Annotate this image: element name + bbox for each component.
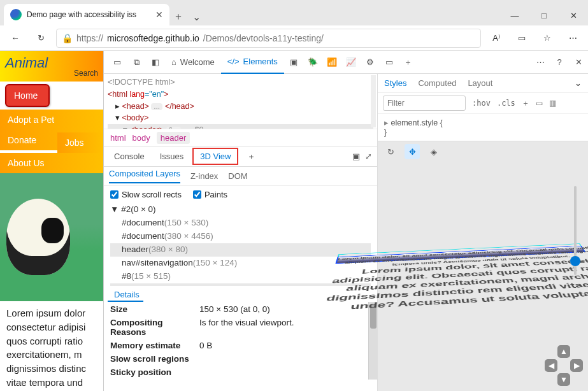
viewport-toolbar: ↻ ✥ ◈ (383, 144, 441, 159)
zoom-slider[interactable] (574, 186, 577, 275)
3d-viewport[interactable]: ↻ ✥ ◈ Lorem ipsum dolor, sit amet consec… (378, 141, 588, 391)
check-paints[interactable]: Paints (193, 190, 227, 199)
nav-about[interactable]: About Us (0, 153, 103, 173)
details-scrollbar[interactable] (368, 302, 377, 380)
element-style-rule[interactable]: ▸ element.style { } (378, 114, 588, 141)
tab-title: Demo page with accessibility iss (27, 10, 150, 19)
subtab-dom[interactable]: DOM (228, 171, 247, 181)
pan-control: ▲ ◀ ▶ ▼ (545, 345, 583, 383)
tab-overflow-icon[interactable]: ⌄ (187, 8, 205, 25)
devtools-toolbar: ▭ ⧉ ◧ ⌂Welcome </>Elements ▣ 🪲 📶 📈 ⚙ ▭ ＋… (104, 51, 588, 74)
lock-icon: 🔒 (62, 33, 73, 43)
cls-toggle[interactable]: .cls (497, 99, 515, 108)
sources-icon[interactable]: 🪲 (303, 53, 322, 72)
close-window-button[interactable]: ✕ (559, 5, 588, 25)
tab-layout[interactable]: Layout (468, 78, 492, 88)
read-aloud-icon[interactable]: A⁾ (486, 28, 506, 48)
styles-filter-input[interactable] (383, 96, 466, 111)
tab-elements[interactable]: </>Elements (221, 51, 284, 74)
close-tab-icon[interactable]: ✕ (155, 10, 163, 20)
detail-size-label: Size (110, 304, 199, 314)
application-icon[interactable]: ▭ (380, 53, 399, 72)
drawer-add-icon[interactable]: ＋ (241, 148, 262, 165)
address-field[interactable]: 🔒 https:// microsoftedge.github.io /Demo… (56, 29, 481, 48)
devtools-body: <!DOCTYPE html> <html lang="en"> ▸ <head… (104, 74, 588, 391)
browser-tab[interactable]: Demo page with accessibility iss ✕ (4, 4, 169, 25)
url-host: microsoftedge.github.io (107, 33, 199, 43)
url-bar: ← ↻ 🔒 https:// microsoftedge.github.io /… (0, 25, 588, 51)
detail-ssr-label: Slow scroll regions (110, 354, 199, 364)
rendered-page: Animal Search Home Adopt a Pet Donate Jo… (0, 51, 103, 391)
inspect-icon[interactable]: ▭ (108, 53, 127, 72)
toggle-sidebar-icon[interactable]: ▥ (549, 99, 556, 108)
maximize-button[interactable]: □ (529, 5, 559, 25)
memory-icon[interactable]: ⚙ (361, 53, 380, 72)
detail-sticky-label: Sticky position (110, 367, 199, 377)
main-split: Animal Search Home Adopt a Pet Donate Jo… (0, 51, 588, 391)
drawer-issues[interactable]: Issues (154, 149, 190, 164)
back-button[interactable]: ← (5, 28, 25, 48)
hov-toggle[interactable]: :hov (472, 99, 491, 108)
drawer-console[interactable]: Console (108, 149, 151, 164)
expand-drawer-icon[interactable]: ⤢ (365, 152, 372, 161)
home-icon: ⌂ (171, 57, 176, 67)
tab-styles[interactable]: Styles (384, 78, 406, 88)
snapshot-icon[interactable]: ▣ (352, 152, 360, 161)
dom-line: <!DOCTYPE html> (108, 78, 175, 87)
site-header: Animal Search (0, 51, 103, 82)
pan-down-button[interactable]: ▼ (557, 373, 570, 386)
minimize-button[interactable]: — (500, 5, 529, 25)
network-icon[interactable]: 📶 (322, 53, 341, 72)
3d-stage[interactable]: Lorem ipsum dolor, sit amet consectetur … (397, 160, 563, 385)
performance-icon[interactable]: 📈 (341, 53, 361, 72)
pan-left-button[interactable]: ◀ (545, 359, 557, 372)
dock-icon[interactable]: ◧ (146, 53, 165, 72)
new-style-icon[interactable]: ＋ (522, 98, 529, 109)
drawer-tabs: Console Issues 3D View ＋ ▣ ⤢ (104, 146, 377, 167)
console-icon[interactable]: ▣ (284, 53, 303, 72)
reset-view-icon[interactable]: ↻ (383, 144, 398, 159)
help-icon[interactable]: ? (550, 53, 569, 72)
chevron-down-icon[interactable]: ⌄ (575, 78, 582, 88)
3dview-subtabs: Composited Layers Z-index DOM (104, 167, 377, 186)
new-tab-button[interactable]: ＋ (169, 8, 187, 25)
code-icon: </> (227, 57, 240, 66)
pan-mode-icon[interactable]: ✥ (405, 144, 420, 159)
dom-tree[interactable]: <!DOCTYPE html> <html lang="en"> ▸ <head… (104, 74, 377, 129)
more-tabs-icon[interactable]: ＋ (399, 53, 418, 72)
crumb-body[interactable]: body (133, 133, 150, 143)
favorite-icon[interactable]: ☆ (537, 28, 557, 48)
subtab-zindex[interactable]: Z-index (190, 171, 218, 181)
nav-jobs[interactable]: Jobs (57, 132, 103, 153)
refresh-button[interactable]: ↻ (31, 28, 51, 48)
drawer-3dview[interactable]: 3D View (192, 148, 238, 165)
subtab-composited[interactable]: Composited Layers (109, 169, 180, 183)
settings-menu-icon[interactable]: ⋯ (563, 28, 583, 48)
details-tab[interactable]: Details (108, 286, 143, 302)
close-devtools-icon[interactable]: ✕ (569, 53, 588, 72)
styles-tabs: Styles Computed Layout ⌄ (378, 74, 588, 93)
dom-scrollbar[interactable] (371, 75, 376, 127)
crumb-html[interactable]: html (110, 133, 126, 143)
check-slow-scroll[interactable]: Slow scroll rects (110, 190, 182, 199)
layers-icon[interactable]: ◈ (426, 144, 441, 159)
breadcrumb: html body header (104, 129, 377, 146)
computed-styles-icon[interactable]: ▭ (536, 99, 543, 108)
crumb-header[interactable]: header (157, 132, 190, 144)
styles-pane: Styles Computed Layout ⌄ :hov .cls ＋ ▭ ▥… (378, 74, 588, 391)
styles-filter-row: :hov .cls ＋ ▭ ▥ (378, 93, 588, 114)
titlebar: Demo page with accessibility iss ✕ ＋ ⌄ —… (0, 0, 588, 25)
site-nav: Home Adopt a Pet Donate Jobs About Us (0, 82, 103, 173)
device-toggle-icon[interactable]: ⧉ (127, 53, 146, 72)
collections-icon[interactable]: ▭ (512, 28, 532, 48)
window-controls: — □ ✕ (500, 5, 588, 25)
tab-welcome[interactable]: ⌂Welcome (165, 51, 221, 74)
more-icon[interactable]: ⋯ (531, 53, 550, 72)
pan-right-button[interactable]: ▶ (570, 359, 583, 372)
3dview-checks: Slow scroll rects Paints (104, 186, 377, 203)
edge-icon (10, 9, 22, 20)
pan-up-button[interactable]: ▲ (557, 345, 570, 358)
nav-home[interactable]: Home (5, 84, 50, 107)
tab-computed[interactable]: Computed (418, 78, 456, 88)
nav-adopt[interactable]: Adopt a Pet (0, 110, 103, 130)
